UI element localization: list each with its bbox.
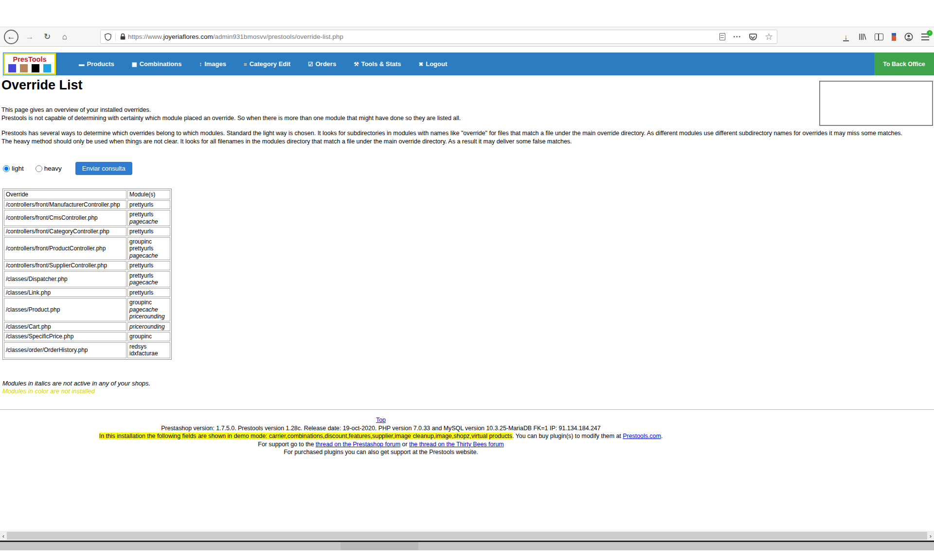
module-name: prettyurls <box>129 245 168 252</box>
support-line: For support go to the thread on the Pres… <box>0 440 762 448</box>
back-button[interactable]: ← <box>4 30 18 44</box>
table-row: /controllers/front/CmsController.phppret… <box>4 210 170 226</box>
top-link[interactable]: Top <box>376 417 386 423</box>
products-icon: ▬ <box>79 61 85 67</box>
thirtybees-forum-link[interactable]: the thread on the Thirty Bees forum <box>409 441 504 448</box>
module-name: prettyurls <box>129 289 168 297</box>
reader-mode-icon[interactable] <box>719 33 725 40</box>
page-title: Override List <box>1 78 83 93</box>
combinations-icon: ▦ <box>132 61 137 68</box>
modules-cell: groupincpagecachepricerounding <box>127 298 170 321</box>
prestashop-forum-link[interactable]: thread on the Prestashop forum <box>316 441 400 448</box>
prestools-logo[interactable]: PresTools <box>3 53 56 75</box>
override-path-cell: /controllers/front/ProductController.php <box>4 237 126 261</box>
modules-cell: prettyurls <box>127 227 170 236</box>
support-or: or <box>400 441 409 448</box>
scrollbar-thumb[interactable] <box>7 532 927 540</box>
nav-buttons: ← → ↻ ⌂ <box>4 30 71 44</box>
pocket-icon[interactable] <box>749 34 757 40</box>
page-actions-icon[interactable]: ••• <box>733 34 741 39</box>
override-path-cell: /controllers/front/SupplierController.ph… <box>4 261 126 270</box>
forward-button[interactable]: → <box>23 31 36 43</box>
modules-cell: pricerounding <box>127 322 170 332</box>
demo-highlight-text: In this installation the following field… <box>99 433 512 439</box>
downloads-icon[interactable]: ↓ <box>842 33 850 41</box>
reload-button[interactable]: ↻ <box>41 31 54 43</box>
table-header-row: Override Module(s) <box>4 190 170 199</box>
logo-squares <box>8 64 51 72</box>
nav-item-tools-stats[interactable]: ⚒Tools & Stats <box>354 60 401 68</box>
override-path-cell: /controllers/front/CategoryController.ph… <box>4 227 126 236</box>
nav-item-logout[interactable]: ✖Logout <box>419 60 448 68</box>
scroll-right-arrow-icon[interactable]: › <box>927 531 934 541</box>
table-row: /classes/order/OrderHistory.phpredsysidx… <box>4 342 170 358</box>
addressbar-actions: ••• ☆ <box>719 31 773 42</box>
radio-heavy-label[interactable]: heavy <box>44 165 62 172</box>
bottom-gray-band <box>0 542 934 550</box>
url-path: /admin931bmosvv/prestools/override-list.… <box>213 33 343 40</box>
color-note: Modules in color are not installed <box>2 387 95 395</box>
extension-icon[interactable] <box>892 33 896 41</box>
italics-note: Modules in italics are not active in any… <box>2 380 150 387</box>
account-icon[interactable] <box>904 33 913 41</box>
override-table-body: /controllers/front/ManufacturerControlle… <box>4 200 170 358</box>
home-button[interactable]: ⌂ <box>58 31 71 43</box>
url-text[interactable]: https://www.joyeriaflores.com/admin931bm… <box>128 33 716 40</box>
module-name: prettyurls <box>129 262 168 269</box>
address-bar[interactable]: https://www.joyeriaflores.com/admin931bm… <box>100 30 777 44</box>
modules-column-header: Module(s) <box>127 190 170 199</box>
modules-cell: redsysidxfacturae <box>127 342 170 358</box>
override-path-cell: /controllers/front/ManufacturerControlle… <box>4 200 126 210</box>
demo-mode-line: In this installation the following field… <box>0 432 762 440</box>
table-row: /classes/Dispatcher.phpprettyurlspagecac… <box>4 271 170 287</box>
module-name: pagecache <box>129 306 168 314</box>
nav-item-images[interactable]: ↕Images <box>199 60 226 68</box>
library-icon[interactable] <box>858 33 866 41</box>
menu-icon[interactable]: ↑ <box>921 34 929 40</box>
modules-cell: groupinc <box>127 332 170 341</box>
empty-top-right-box <box>819 81 933 126</box>
table-row: /classes/Cart.phppricerounding <box>4 322 170 332</box>
override-path-cell: /classes/Dispatcher.php <box>4 271 126 287</box>
category-edit-icon: ≡ <box>244 61 247 67</box>
nav-item-products[interactable]: ▬Products <box>79 60 114 68</box>
module-name: prettyurls <box>129 211 168 218</box>
bookmark-star-icon[interactable]: ☆ <box>765 31 773 42</box>
horizontal-scrollbar[interactable]: ‹ › <box>0 531 934 541</box>
table-row: /classes/Link.phpprettyurls <box>4 288 170 298</box>
sidebar-icon[interactable] <box>875 34 883 40</box>
nav-item-label: Orders <box>316 60 337 68</box>
override-path-cell: /classes/Cart.php <box>4 322 126 332</box>
shield-icon[interactable] <box>105 33 111 41</box>
logo-square <box>32 64 39 72</box>
method-controls: light heavy Enviar consulta <box>3 162 132 175</box>
nav-item-combinations[interactable]: ▦Combinations <box>132 60 182 68</box>
nav-menu: ▬Products▦Combinations↕Images≡Category E… <box>79 60 447 68</box>
intro-line-2: Prestools is not capable of determining … <box>1 115 461 122</box>
orders-icon: ☑ <box>308 61 313 68</box>
logo-square <box>43 64 51 72</box>
module-name: groupinc <box>129 299 168 306</box>
back-office-button[interactable]: To Back Office <box>874 52 934 75</box>
radio-light-label[interactable]: light <box>12 165 24 172</box>
nav-item-label: Images <box>204 60 226 68</box>
radio-heavy[interactable] <box>36 165 42 172</box>
images-icon: ↕ <box>199 61 202 67</box>
table-row: /controllers/front/SupplierController.ph… <box>4 261 170 270</box>
toolbar-right-icons: ↓ ↑ <box>842 27 929 47</box>
radio-light[interactable] <box>3 165 10 172</box>
method-light-text: Prestools has several ways to determine … <box>1 130 902 137</box>
nav-item-label: Category Edit <box>250 60 291 68</box>
prestools-link[interactable]: Prestools.com <box>623 433 661 439</box>
scroll-left-arrow-icon[interactable]: ‹ <box>0 531 7 541</box>
submit-button[interactable]: Enviar consulta <box>75 162 132 175</box>
lock-icon[interactable] <box>120 33 126 40</box>
table-row: /classes/SpecificPrice.phpgroupinc <box>4 332 170 341</box>
demo-end-text: . <box>661 433 663 439</box>
override-path-cell: /controllers/front/CmsController.php <box>4 210 126 226</box>
module-name: pricerounding <box>129 323 168 331</box>
module-name: prettyurls <box>129 272 168 280</box>
nav-item-orders[interactable]: ☑Orders <box>308 60 336 68</box>
nav-item-category-edit[interactable]: ≡Category Edit <box>244 60 290 68</box>
purchased-line: For purchased plugins you can also get s… <box>0 448 762 456</box>
